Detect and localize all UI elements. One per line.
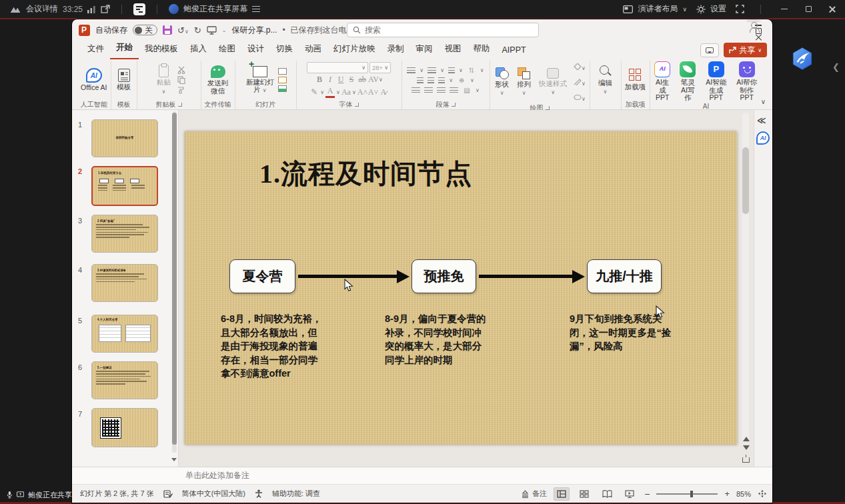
slide-thumbnail-7[interactable] (91, 408, 158, 447)
numbering-button[interactable] (428, 67, 436, 73)
font-color-button[interactable]: A (325, 86, 335, 98)
collapse-ribbon-icon[interactable]: ∨ (761, 98, 766, 105)
meeting-minimize-button[interactable] (777, 3, 792, 15)
thunder-floating-button[interactable] (791, 47, 814, 71)
align-left-button[interactable] (411, 87, 420, 93)
document-title[interactable]: 保研分享.p... (231, 25, 277, 36)
tab-slideshow[interactable]: 幻灯片放映 (327, 40, 381, 59)
convert-smartart-button[interactable]: ▤ (462, 87, 472, 94)
canvas-scrollbar-thumb[interactable] (742, 147, 749, 214)
copy-icon[interactable] (177, 76, 185, 84)
notes-toggle[interactable]: 备注 (521, 489, 547, 499)
slideshow-view-button[interactable] (622, 487, 638, 501)
font-dialog-launcher[interactable] (355, 103, 359, 107)
clipboard-dialog-launcher[interactable] (178, 103, 182, 107)
language-indicator[interactable]: 简体中文(中国大陆) (182, 489, 245, 499)
quick-access-overflow-icon[interactable]: ⌄ (222, 27, 227, 33)
addins-button[interactable]: 加载项 (624, 68, 648, 92)
meeting-detail-button[interactable]: 会议详情 (26, 3, 58, 15)
shapes-button[interactable]: 形状∨ (494, 67, 510, 98)
zoom-slider-knob[interactable] (690, 491, 693, 497)
notes-area[interactable]: 单击此处添加备注 (72, 467, 772, 484)
tab-my-templates[interactable]: 我的模板 (139, 40, 184, 59)
tab-home[interactable]: 开始 (110, 39, 139, 59)
layout-mini-icon[interactable] (278, 68, 287, 75)
cut-icon[interactable] (177, 66, 185, 74)
search-box[interactable] (347, 23, 539, 37)
slideshow-quick-icon[interactable] (207, 26, 217, 35)
tab-insert[interactable]: 插入 (184, 40, 213, 59)
microphone-icon[interactable] (7, 490, 13, 499)
justify-button[interactable] (450, 87, 458, 93)
underline-button[interactable]: U (336, 75, 345, 85)
screen-share-icon[interactable] (17, 491, 24, 499)
current-slide[interactable]: 1.流程及时间节点 夏令营 预推免 九推/十推 6-8月，时间较为充裕，且大部分… (185, 131, 737, 445)
align-center-button[interactable] (424, 87, 433, 93)
tab-animations[interactable]: 动画 (299, 40, 327, 59)
decrease-indent-button[interactable] (417, 77, 424, 83)
settings-button[interactable]: 设置 (696, 3, 726, 15)
slide-thumbnail-5[interactable]: 4.个人经历分享 (91, 315, 158, 353)
shadow-button[interactable]: ab (357, 75, 367, 85)
redo-icon[interactable]: ↻ (194, 25, 201, 35)
layout-button[interactable]: 演讲者布局 ∨ (623, 3, 687, 15)
tab-transitions[interactable]: 切换 (270, 40, 299, 59)
fullscreen-icon[interactable] (736, 5, 744, 13)
slide-thumbnail-1[interactable]: 保研经验分享 (91, 119, 158, 157)
shared-app-icon[interactable] (133, 3, 145, 15)
autosave-toggle[interactable]: 关 (133, 25, 157, 35)
zoom-out-button[interactable]: − (644, 489, 650, 499)
fit-to-window-button[interactable] (758, 489, 767, 498)
meeting-maximize-button[interactable] (801, 3, 816, 15)
zoom-slider[interactable] (656, 493, 718, 495)
previous-slide-button[interactable] (743, 433, 750, 441)
slide-thumbnail-4[interactable]: 3.申请资料&面试准备 (91, 264, 158, 302)
tab-aippt[interactable]: AIPPT (496, 42, 532, 59)
office-ai-assistant-button[interactable]: AI (756, 131, 770, 145)
accessibility-status[interactable]: 辅助功能: 调查 (272, 489, 320, 499)
clear-format-button[interactable]: A̷ (379, 87, 388, 97)
editing-button[interactable]: 编辑∨ (592, 64, 619, 97)
next-slide-button[interactable] (743, 445, 750, 453)
flow-box-september[interactable]: 九推/十推 (587, 259, 662, 293)
open-window-icon[interactable] (101, 5, 110, 13)
slide-thumbnail-3[interactable]: 2.浅谈“套磁” (91, 215, 158, 253)
format-painter-icon[interactable] (177, 86, 185, 94)
font-size-combobox[interactable]: 28+∨ (369, 62, 391, 73)
bold-button[interactable]: B (315, 75, 324, 85)
zoom-level[interactable]: 85% (736, 490, 751, 498)
tab-review[interactable]: 审阅 (410, 40, 439, 59)
increase-indent-button[interactable] (428, 77, 434, 83)
char-spacing-button[interactable]: AV (368, 75, 377, 85)
shape-outline-button[interactable]: ∨ (574, 76, 586, 88)
line-spacing-button[interactable] (448, 67, 455, 73)
arrange-button[interactable]: 排列∨ (516, 67, 532, 98)
collapse-pane-icon[interactable]: ≪ (757, 115, 766, 125)
search-input[interactable] (365, 25, 518, 35)
shape-effects-button[interactable]: ∨ (574, 91, 586, 103)
tab-draw[interactable]: 绘图 (213, 40, 241, 59)
undo-icon[interactable]: ↺∨ (177, 25, 189, 35)
panel-scroll-down-icon[interactable] (171, 458, 177, 464)
chevron-down-icon[interactable]: ∨ (379, 77, 383, 83)
quick-styles-button[interactable]: 快速样式∨ (538, 67, 568, 97)
slide-thumbnail-2[interactable]: 1.流程及时间节点 (91, 166, 158, 206)
spellcheck-icon[interactable] (163, 490, 173, 498)
ai-smart-ppt-button[interactable]: PAI智能生成PPT (703, 61, 730, 103)
edge-collapse-icon[interactable]: ❮ (832, 62, 840, 72)
font-name-combobox[interactable]: ∨ (307, 62, 368, 73)
template-button[interactable]: 模板 (113, 68, 135, 92)
italic-button[interactable]: I (325, 75, 335, 85)
zoom-in-button[interactable]: + (724, 489, 730, 499)
text-direction-button[interactable]: ⊕ (457, 77, 466, 84)
office-ai-button[interactable]: AIOffice AI (79, 67, 109, 93)
paste-button[interactable]: 粘贴∨ (153, 64, 175, 96)
section-mini-icon[interactable] (278, 85, 287, 92)
tab-help[interactable]: 帮助 (468, 40, 496, 59)
reset-mini-icon[interactable] (278, 77, 287, 83)
highlight-button[interactable]: ✎ (309, 87, 319, 97)
tab-design[interactable]: 设计 (241, 40, 270, 59)
tab-view[interactable]: 视图 (439, 40, 468, 59)
biling-ai-writing-button[interactable]: 笔灵AI写作 (677, 61, 699, 103)
shape-fill-button[interactable]: ∨ (574, 61, 586, 73)
